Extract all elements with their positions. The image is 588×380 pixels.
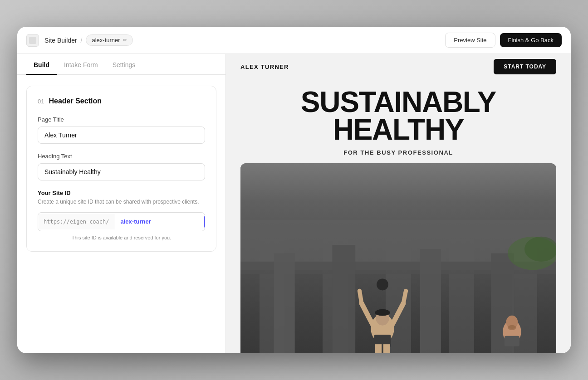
preview-hero-title: SUSTAINABLY HEALTHY: [240, 88, 556, 144]
heading-text-label: Heading Text: [38, 153, 205, 160]
svg-rect-22: [505, 336, 519, 346]
top-bar-actions: Preview Site Finish & Go Back: [445, 33, 562, 48]
tab-build[interactable]: Build: [26, 54, 57, 75]
svg-line-15: [392, 303, 403, 324]
svg-rect-5: [420, 249, 441, 353]
edit-icon: ✏: [123, 37, 127, 43]
heading-text-field-group: Heading Text: [38, 153, 205, 180]
device-frame: Site Builder / alex-turner ✏ Preview Sit…: [17, 27, 571, 353]
breadcrumb-separator: /: [81, 37, 83, 44]
app-name: Site Builder: [44, 37, 77, 44]
right-panel: ALEX TURNER START TODAY SUSTAINABLY HEAL…: [226, 54, 571, 353]
site-id-section: Your Site ID Create a unique site ID tha…: [38, 190, 205, 240]
svg-line-13: [362, 303, 372, 324]
main-content: Build Intake Form Settings 01 Header Sec…: [17, 54, 571, 353]
site-id-input[interactable]: [115, 214, 202, 229]
preview-site-button[interactable]: Preview Site: [445, 33, 495, 48]
svg-line-14: [359, 291, 362, 303]
breadcrumb-site-id: alex-turner: [92, 37, 120, 44]
svg-rect-11: [375, 344, 382, 353]
site-id-input-row: https://eigen-coach/ ✓: [38, 212, 205, 231]
preview-cta-button[interactable]: START TODAY: [494, 59, 556, 74]
heading-text-input[interactable]: [38, 163, 205, 180]
svg-point-20: [375, 309, 390, 316]
preview-container: ALEX TURNER START TODAY SUSTAINABLY HEAL…: [226, 54, 571, 353]
svg-line-16: [403, 291, 406, 303]
section-number: 01: [38, 98, 44, 105]
site-id-check-button[interactable]: ✓: [204, 214, 206, 229]
breadcrumb: Site Builder / alex-turner ✏: [44, 34, 440, 46]
page-title-label: Page Title: [38, 116, 205, 123]
panel-body: 01 Header Section Page Title Heading Tex…: [17, 75, 225, 263]
svg-rect-4: [333, 245, 356, 353]
tab-intake-form[interactable]: Intake Form: [57, 54, 105, 75]
site-id-description: Create a unique site ID that can be shar…: [38, 198, 205, 206]
site-icon: [26, 34, 39, 47]
athlete-svg: [240, 163, 556, 353]
svg-rect-3: [274, 253, 295, 353]
site-id-availability-text: This site ID is available and reserved f…: [38, 235, 205, 240]
preview-hero: SUSTAINABLY HEALTHY FOR THE BUSY PROFESS…: [226, 79, 571, 163]
preview-image-area: [240, 163, 556, 353]
top-bar: Site Builder / alex-turner ✏ Preview Sit…: [17, 27, 571, 54]
section-header: 01 Header Section: [38, 97, 205, 105]
left-panel: Build Intake Form Settings 01 Header Sec…: [17, 54, 226, 353]
section-title: Header Section: [49, 97, 101, 105]
hero-title-line2: HEALTHY: [333, 113, 464, 146]
preview-navbar: ALEX TURNER START TODAY: [226, 54, 571, 79]
finish-go-back-button[interactable]: Finish & Go Back: [500, 33, 562, 47]
page-title-input[interactable]: [38, 127, 205, 144]
svg-rect-0: [29, 37, 36, 44]
tab-settings[interactable]: Settings: [105, 54, 143, 75]
preview-brand: ALEX TURNER: [240, 63, 289, 70]
tab-bar: Build Intake Form Settings: [17, 54, 225, 75]
header-section-card: 01 Header Section Page Title Heading Tex…: [26, 86, 216, 252]
page-title-field-group: Page Title: [38, 116, 205, 144]
site-id-title: Your Site ID: [38, 190, 205, 196]
svg-point-24: [508, 325, 516, 330]
preview-hero-subtitle: FOR THE BUSY PROFESSIONAL: [240, 149, 556, 156]
site-id-pill[interactable]: alex-turner ✏: [86, 34, 132, 46]
site-id-prefix: https://eigen-coach/: [38, 214, 115, 229]
svg-rect-12: [383, 344, 390, 353]
